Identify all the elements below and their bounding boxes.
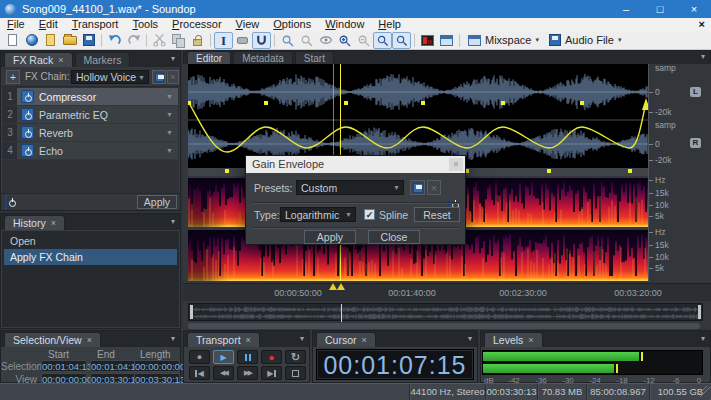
tab-editor[interactable]: Editor — [187, 51, 231, 64]
maximize-button[interactable]: □ — [643, 0, 677, 18]
tab-fx-rack[interactable]: FX Rack× — [4, 52, 73, 67]
save-chain-button[interactable] — [152, 70, 166, 84]
resize-grip[interactable] — [699, 386, 710, 397]
minimize-button[interactable]: – — [609, 0, 643, 18]
envelope-marker-icon[interactable] — [329, 283, 337, 290]
close-icon[interactable]: × — [362, 335, 367, 345]
tab-selection-view[interactable]: Selection/View× — [4, 332, 101, 347]
menu-tools[interactable]: Tools — [125, 18, 165, 31]
type-dropdown[interactable]: Logarithmic▼ — [280, 207, 356, 222]
tab-markers[interactable]: Markers — [75, 52, 131, 67]
chevron-down-icon[interactable]: ▼ — [166, 93, 178, 100]
open-project-button[interactable] — [60, 32, 79, 49]
lock-button[interactable] — [188, 32, 207, 49]
show-levels-button[interactable] — [418, 32, 437, 49]
view-all-button[interactable] — [316, 32, 335, 49]
spline-checkbox[interactable]: ✓ — [364, 209, 375, 220]
undo-button[interactable] — [105, 32, 124, 49]
tab-metadata[interactable]: Metadata — [233, 51, 293, 64]
loop-button[interactable]: ↻ — [285, 350, 306, 364]
close-icon[interactable]: × — [51, 218, 56, 228]
stop-at-end-button[interactable] — [285, 366, 306, 380]
apply-fx-button[interactable]: Apply — [137, 195, 177, 209]
panel-menu-icon[interactable]: ▾ — [701, 334, 705, 343]
selection-end-field[interactable]: 00:01:04:13 — [90, 360, 136, 372]
chevron-down-icon[interactable]: ▼ — [166, 111, 178, 118]
panel-menu-icon[interactable]: ▾ — [171, 334, 175, 343]
playhead-marker-icon[interactable] — [337, 283, 345, 290]
overview-scrollbar[interactable] — [188, 303, 703, 321]
selection-length-field[interactable]: 00:00:00:00 — [134, 360, 180, 372]
zoom-in-button[interactable] — [335, 32, 354, 49]
delete-chain-button[interactable]: × — [167, 70, 179, 84]
skip-to-end-button[interactable]: ▶ — [261, 366, 282, 380]
panel-menu-icon[interactable]: ▾ — [171, 217, 175, 226]
skip-to-start-button[interactable]: ◀ — [189, 366, 210, 380]
power-icon[interactable] — [21, 108, 34, 121]
tab-start[interactable]: Start — [295, 51, 334, 64]
close-icon[interactable]: × — [246, 335, 251, 345]
menu-edit[interactable]: Edit — [32, 18, 65, 31]
dialog-apply-button[interactable]: Apply — [304, 230, 356, 244]
timeline-ruler[interactable]: 00:00:50:00 00:01:40:00 00:02:30:00 00:0… — [183, 283, 711, 301]
fx-row-echo[interactable]: 4 Echo▼ — [3, 142, 178, 160]
stop-button[interactable]: ● — [189, 350, 210, 364]
fx-chain-dropdown[interactable]: Hollow Voice▼ — [71, 70, 149, 84]
menu-processor[interactable]: Processor — [165, 18, 229, 31]
audio-file-dropdown[interactable]: Audio File▾ — [544, 33, 626, 47]
chevron-down-icon[interactable]: ▼ — [166, 129, 178, 136]
overview-left-handle[interactable] — [190, 305, 193, 319]
tab-levels[interactable]: Levels× — [484, 332, 543, 347]
fx-row-compressor[interactable]: 1 Compressor▼ — [3, 88, 178, 106]
play-button[interactable]: ▶ — [213, 350, 234, 364]
new-file-button[interactable] — [3, 32, 22, 49]
menu-options[interactable]: Options — [266, 18, 318, 31]
scroll-thumb[interactable] — [188, 323, 700, 329]
history-item-apply-fx-chain[interactable]: Apply FX Chain — [4, 249, 177, 265]
presets-dropdown[interactable]: Custom▼ — [296, 180, 404, 195]
dialog-close-button[interactable]: × — [449, 158, 463, 171]
rack-power-icon[interactable] — [5, 195, 7, 209]
zoom-fit-horizontal-button[interactable] — [373, 32, 392, 49]
delete-preset-button[interactable]: × — [427, 180, 441, 195]
menu-file[interactable]: File — [0, 18, 32, 31]
copy-button[interactable] — [169, 32, 188, 49]
close-icon[interactable]: × — [87, 335, 92, 345]
new-project-button[interactable] — [41, 32, 60, 49]
tab-transport[interactable]: Transport× — [187, 332, 260, 347]
snap-toggle-button[interactable] — [252, 32, 271, 49]
pause-button[interactable] — [237, 350, 258, 364]
power-icon[interactable] — [21, 90, 34, 103]
tab-history[interactable]: History× — [4, 215, 65, 230]
panel-menu-icon[interactable]: ▾ — [300, 334, 304, 343]
zoom-out-button[interactable] — [354, 32, 373, 49]
menu-view[interactable]: View — [229, 18, 267, 31]
panel-menu-icon[interactable]: ▾ — [701, 52, 705, 61]
tab-cursor[interactable]: Cursor× — [316, 332, 376, 347]
close-icon[interactable]: × — [58, 55, 63, 65]
range-tool-button[interactable] — [233, 32, 252, 49]
panel-menu-icon[interactable]: ▾ — [171, 54, 175, 63]
open-audio-button[interactable] — [22, 32, 41, 49]
selection-tool-button[interactable]: I — [214, 32, 233, 49]
fx-row-reverb[interactable]: 3 Reverb▼ — [3, 124, 178, 142]
selection-start-field[interactable]: 00:01:04:13 — [41, 360, 87, 372]
fx-row-parametric-eq[interactable]: 2 Parametric EQ▼ — [3, 106, 178, 124]
fast-forward-button[interactable]: ▶▶ — [237, 366, 258, 380]
show-mixer-button[interactable] — [437, 32, 456, 49]
zoom-out-selection-button[interactable] — [297, 32, 316, 49]
dialog-close-action-button[interactable]: Close — [368, 230, 420, 244]
menu-window[interactable]: Window — [318, 18, 371, 31]
menu-help[interactable]: Help — [371, 18, 408, 31]
zoom-selection-button[interactable] — [278, 32, 297, 49]
overview-right-handle[interactable] — [698, 305, 701, 319]
power-icon[interactable] — [21, 144, 34, 157]
save-button[interactable] — [79, 32, 98, 49]
cut-button[interactable] — [150, 32, 169, 49]
close-button[interactable]: × — [677, 0, 711, 18]
save-preset-button[interactable] — [410, 180, 425, 195]
menu-transport[interactable]: Transport — [65, 18, 126, 31]
redo-button[interactable] — [124, 32, 143, 49]
panel-menu-icon[interactable]: ▾ — [468, 334, 472, 343]
history-item-open[interactable]: Open — [4, 233, 177, 249]
